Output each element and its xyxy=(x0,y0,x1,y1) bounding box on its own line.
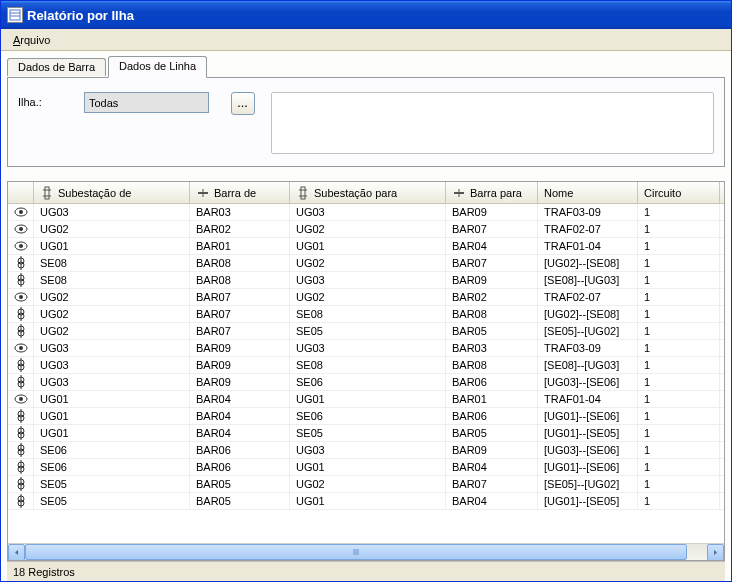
cell-circuito: 1 xyxy=(638,374,720,390)
table-row[interactable]: SE05BAR05UG02BAR07[SE05]--[UG02]1 xyxy=(8,476,724,493)
col-subestacao-para[interactable]: Subestação para xyxy=(290,182,446,203)
table-row[interactable]: SE06BAR06UG01BAR04[UG01]--[SE06]1 xyxy=(8,459,724,476)
cell-nome: TRAF02-07 xyxy=(538,221,638,237)
table-row[interactable]: UG03BAR03UG03BAR09TRAF03-091 xyxy=(8,204,724,221)
scroll-track[interactable] xyxy=(25,544,707,560)
table-row[interactable]: UG02BAR07UG02BAR02TRAF02-071 xyxy=(8,289,724,306)
cell-sub-de: SE05 xyxy=(34,493,190,509)
table-row[interactable]: SE08BAR08UG03BAR09[SE08]--[UG03]1 xyxy=(8,272,724,289)
cell-sub-de: UG03 xyxy=(34,374,190,390)
cell-nome: [SE08]--[UG03] xyxy=(538,357,638,373)
menu-arquivo[interactable]: Arquivo xyxy=(5,32,58,48)
cell-nome: [UG02]--[SE08] xyxy=(538,306,638,322)
cell-sub-para: SE05 xyxy=(290,425,446,441)
cell-nome: [SE05]--[UG02] xyxy=(538,323,638,339)
scroll-left-button[interactable] xyxy=(8,544,25,561)
row-type-icon xyxy=(8,374,34,390)
cell-barra-de: BAR01 xyxy=(190,238,290,254)
ilha-browse-button[interactable]: ... xyxy=(231,92,255,115)
table-row[interactable]: UG03BAR09UG03BAR03TRAF03-091 xyxy=(8,340,724,357)
col-indicator[interactable] xyxy=(8,182,34,203)
row-type-icon xyxy=(8,255,34,271)
table-row[interactable]: SE06BAR06UG03BAR09[UG03]--[SE06]1 xyxy=(8,442,724,459)
cell-barra-de: BAR04 xyxy=(190,391,290,407)
grid-body[interactable]: UG03BAR03UG03BAR09TRAF03-091UG02BAR02UG0… xyxy=(8,204,724,543)
cell-sub-para: UG03 xyxy=(290,340,446,356)
cell-sub-de: UG02 xyxy=(34,221,190,237)
cell-sub-para: SE08 xyxy=(290,306,446,322)
col-barra-para[interactable]: Barra para xyxy=(446,182,538,203)
scroll-thumb[interactable] xyxy=(25,544,687,560)
cell-nome: TRAF01-04 xyxy=(538,238,638,254)
svg-point-16 xyxy=(19,227,23,231)
substation-icon xyxy=(296,186,310,200)
cell-circuito: 1 xyxy=(638,289,720,305)
cell-barra-para: BAR04 xyxy=(446,493,538,509)
cell-sub-de: UG01 xyxy=(34,238,190,254)
table-row[interactable]: UG02BAR07SE08BAR08[UG02]--[SE08]1 xyxy=(8,306,724,323)
horizontal-scrollbar[interactable] xyxy=(8,543,724,560)
substation-icon xyxy=(40,186,54,200)
cell-barra-para: BAR05 xyxy=(446,425,538,441)
table-row[interactable]: SE08BAR08UG02BAR07[UG02]--[SE08]1 xyxy=(8,255,724,272)
cell-barra-de: BAR05 xyxy=(190,476,290,492)
col-circuito[interactable]: Circuito xyxy=(638,182,720,203)
cell-nome: [UG01]--[SE05] xyxy=(538,493,638,509)
row-type-icon xyxy=(8,476,34,492)
row-type-icon xyxy=(8,340,34,356)
row-type-icon xyxy=(8,272,34,288)
scroll-right-button[interactable] xyxy=(707,544,724,561)
col-nome[interactable]: Nome xyxy=(538,182,638,203)
record-count: 18 Registros xyxy=(13,566,75,578)
row-type-icon xyxy=(8,204,34,220)
cell-nome: [UG01]--[SE06] xyxy=(538,408,638,424)
table-row[interactable]: UG01BAR01UG01BAR04TRAF01-041 xyxy=(8,238,724,255)
tab-dados-barra[interactable]: Dados de Barra xyxy=(7,58,106,76)
row-type-icon xyxy=(8,459,34,475)
table-row[interactable]: UG01BAR04UG01BAR01TRAF01-041 xyxy=(8,391,724,408)
table-row[interactable]: UG01BAR04SE05BAR05[UG01]--[SE05]1 xyxy=(8,425,724,442)
cell-nome: TRAF01-04 xyxy=(538,391,638,407)
row-type-icon xyxy=(8,323,34,339)
cell-circuito: 1 xyxy=(638,323,720,339)
cell-barra-para: BAR07 xyxy=(446,255,538,271)
cell-circuito: 1 xyxy=(638,340,720,356)
col-barra-de[interactable]: Barra de xyxy=(190,182,290,203)
cell-sub-para: UG02 xyxy=(290,476,446,492)
cell-circuito: 1 xyxy=(638,221,720,237)
table-row[interactable]: UG02BAR07SE05BAR05[SE05]--[UG02]1 xyxy=(8,323,724,340)
cell-circuito: 1 xyxy=(638,442,720,458)
bus-icon xyxy=(452,186,466,200)
cell-barra-de: BAR06 xyxy=(190,442,290,458)
col-subestacao-de[interactable]: Subestação de xyxy=(34,182,190,203)
grid-header: Subestação de Barra de Subestação para B… xyxy=(8,182,724,204)
cell-sub-para: UG01 xyxy=(290,459,446,475)
cell-sub-para: UG03 xyxy=(290,272,446,288)
table-row[interactable]: UG03BAR09SE08BAR08[SE08]--[UG03]1 xyxy=(8,357,724,374)
cell-barra-para: BAR05 xyxy=(446,323,538,339)
cell-sub-de: UG03 xyxy=(34,204,190,220)
cell-barra-para: BAR08 xyxy=(446,306,538,322)
titlebar[interactable]: Relatório por Ilha xyxy=(1,1,731,29)
cell-barra-para: BAR04 xyxy=(446,459,538,475)
svg-rect-0 xyxy=(10,10,20,20)
cell-sub-para: SE06 xyxy=(290,374,446,390)
tab-dados-linha[interactable]: Dados de Linha xyxy=(108,56,207,78)
app-icon xyxy=(7,7,23,23)
window: Relatório por Ilha Arquivo Dados de Barr… xyxy=(0,0,732,582)
table-row[interactable]: UG03BAR09SE06BAR06[UG03]--[SE06]1 xyxy=(8,374,724,391)
cell-sub-para: UG03 xyxy=(290,442,446,458)
statusbar: 18 Registros xyxy=(7,561,725,581)
col-label: Barra de xyxy=(214,187,256,199)
cell-barra-para: BAR09 xyxy=(446,442,538,458)
table-row[interactable]: SE05BAR05UG01BAR04[UG01]--[SE05]1 xyxy=(8,493,724,510)
cell-sub-para: UG01 xyxy=(290,493,446,509)
cell-sub-para: UG03 xyxy=(290,204,446,220)
cell-barra-de: BAR09 xyxy=(190,374,290,390)
table-row[interactable]: UG02BAR02UG02BAR07TRAF02-071 xyxy=(8,221,724,238)
table-row[interactable]: UG01BAR04SE06BAR06[UG01]--[SE06]1 xyxy=(8,408,724,425)
svg-rect-8 xyxy=(301,187,305,199)
cell-barra-para: BAR06 xyxy=(446,374,538,390)
cell-sub-de: UG03 xyxy=(34,340,190,356)
ilha-select[interactable]: Todas xyxy=(84,92,209,113)
